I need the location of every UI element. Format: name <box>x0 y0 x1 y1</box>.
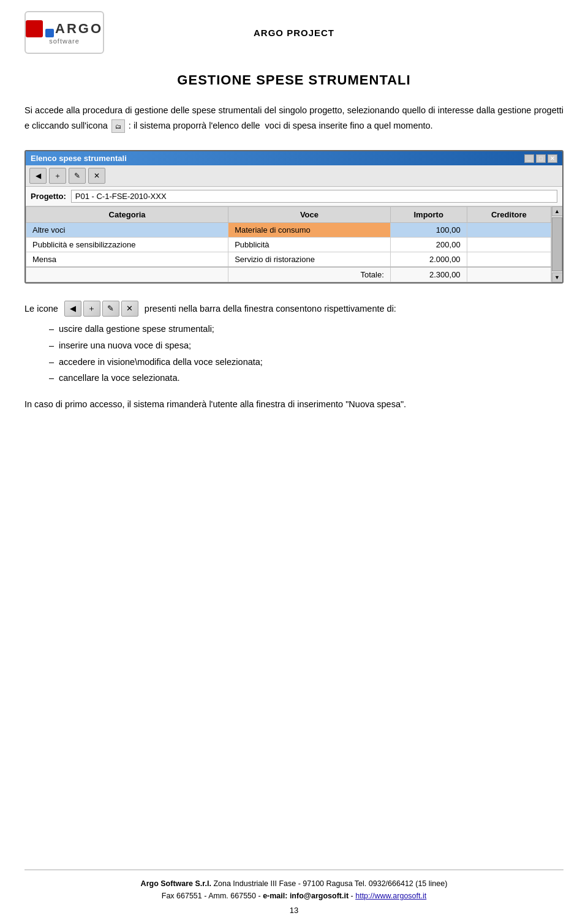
totale-row: Totale: 2.300,00 <box>26 267 551 282</box>
page-number: 13 <box>24 904 564 917</box>
logo-area: ARGO software <box>24 11 104 54</box>
footer-link[interactable]: http://www.argosoft.it <box>355 892 426 900</box>
cell-creditore <box>467 238 551 252</box>
cell-categoria: Altre voci <box>26 223 228 238</box>
toolbar-btn-delete[interactable]: ✕ <box>88 168 105 184</box>
close-button[interactable]: ✕ <box>548 154 557 163</box>
cell-voce: Materiale di consumo <box>228 223 391 238</box>
desc-icon-4: ✕ <box>121 301 138 317</box>
logo-software-text: software <box>49 37 80 45</box>
project-value: P01 - C-1-FSE-2010-XXX <box>71 190 557 203</box>
totale-empty1 <box>26 267 228 282</box>
spese-table: Categoria Voce Importo Creditore Altre v… <box>26 206 551 282</box>
desc-section: Le icone ◀ ＋ ✎ ✕ presenti nella barra de… <box>24 301 564 412</box>
list-item: accedere in visione\modifica della voce … <box>49 355 564 370</box>
logo-red-square <box>26 20 43 37</box>
footer-line1: Argo Software S.r.l. Zona Industriale II… <box>24 878 564 890</box>
list-item: inserire una nuova voce di spesa; <box>49 338 564 353</box>
col-voce: Voce <box>228 207 391 223</box>
col-categoria: Categoria <box>26 207 228 223</box>
logo-blue-square <box>45 29 54 37</box>
col-importo: Importo <box>390 207 467 223</box>
cell-categoria: Pubblicità e sensibilizzazione <box>26 238 228 252</box>
scroll-down[interactable]: ▼ <box>552 273 563 282</box>
maximize-button[interactable]: □ <box>536 154 546 163</box>
window-titlebar: Elenco spese strumentali _ □ ✕ <box>26 151 562 165</box>
footer-address: Zona Industriale III Fase - 97100 Ragusa… <box>213 879 447 888</box>
cell-voce: Servizio di ristorazione <box>228 252 391 268</box>
scrollbar[interactable]: ▲ ▼ <box>551 206 562 282</box>
cell-importo: 200,00 <box>390 238 467 252</box>
cell-creditore <box>467 223 551 238</box>
totale-value: 2.300,00 <box>390 267 467 282</box>
project-label: Progetto: <box>31 192 66 201</box>
toolbar-btn-edit[interactable]: ✎ <box>69 168 86 184</box>
totale-empty2 <box>467 267 551 282</box>
intro-text: Si accede alla procedura di gestione del… <box>24 103 564 133</box>
desc-icon-3: ✎ <box>102 301 119 317</box>
inline-icon-gestione: 🗂 <box>111 119 125 133</box>
window-screenshot: Elenco spese strumentali _ □ ✕ ◀ ＋ ✎ ✕ P… <box>24 150 564 284</box>
list-item: cancellare la voce selezionata. <box>49 370 564 386</box>
logo-text: ARGO <box>55 21 103 37</box>
cell-voce: Pubblicità <box>228 238 391 252</box>
logo-graphic: ARGO <box>26 20 103 37</box>
desc-icon-2: ＋ <box>83 301 100 317</box>
main-content: GESTIONE SPESE STRUMENTALI Si accede all… <box>24 60 564 870</box>
conclusion-text: In caso di primo accesso, il sistema rim… <box>24 397 564 412</box>
window-controls[interactable]: _ □ ✕ <box>524 154 557 163</box>
page-heading: GESTIONE SPESE STRUMENTALI <box>24 72 564 88</box>
icon-group: ◀ ＋ ✎ ✕ <box>64 301 138 317</box>
page-footer: Argo Software S.r.l. Zona Industriale II… <box>24 870 564 921</box>
desc-icon-1: ◀ <box>64 301 81 317</box>
totale-label: Totale: <box>228 267 391 282</box>
toolbar-btn-new[interactable]: ＋ <box>49 168 66 184</box>
table-row[interactable]: Mensa Servizio di ristorazione 2.000,00 <box>26 252 551 268</box>
cell-creditore <box>467 252 551 268</box>
table-row[interactable]: Altre voci Materiale di consumo 100,00 <box>26 223 551 238</box>
cell-importo: 100,00 <box>390 223 467 238</box>
desc-prefix: Le icone <box>24 301 58 317</box>
header-title: ARGO PROJECT <box>104 28 484 38</box>
desc-suffix: presenti nella barra della finestra cons… <box>145 301 396 317</box>
scroll-thumb[interactable] <box>552 217 562 271</box>
cell-importo: 2.000,00 <box>390 252 467 268</box>
table-wrapper: Categoria Voce Importo Creditore Altre v… <box>26 206 562 282</box>
bullet-list: uscire dalla gestione spese strumentali;… <box>49 321 564 386</box>
table-row[interactable]: Pubblicità e sensibilizzazione Pubblicit… <box>26 238 551 252</box>
footer-line2: Fax 667551 - Amm. 667550 - e-mail: info@… <box>24 890 564 902</box>
cell-categoria: Mensa <box>26 252 228 268</box>
list-item: uscire dalla gestione spese strumentali; <box>49 321 564 337</box>
icon-row: Le icone ◀ ＋ ✎ ✕ presenti nella barra de… <box>24 301 564 317</box>
window-title: Elenco spese strumentali <box>31 154 127 163</box>
scroll-up[interactable]: ▲ <box>552 206 563 216</box>
col-creditore: Creditore <box>467 207 551 223</box>
page-header: ARGO software ARGO PROJECT <box>24 0 564 60</box>
window-toolbar: ◀ ＋ ✎ ✕ <box>26 165 562 187</box>
project-row: Progetto: P01 - C-1-FSE-2010-XXX <box>26 187 562 206</box>
logo-box: ARGO software <box>24 11 104 54</box>
minimize-button[interactable]: _ <box>524 154 534 163</box>
toolbar-btn-exit[interactable]: ◀ <box>29 168 47 184</box>
